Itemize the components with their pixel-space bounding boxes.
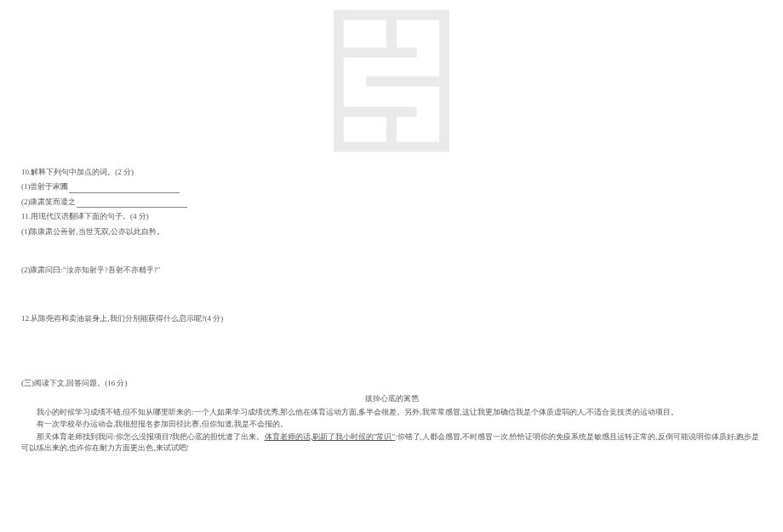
answer-space [21, 278, 762, 312]
q10-item-2-text: (2)康肃笑而遣之 [21, 197, 77, 206]
q11-item-1: (1)陈康肃公善射,当世无双,公亦以此自矜。 [21, 226, 762, 237]
answer-blank [69, 184, 180, 193]
q11-item-2: (2)康肃问曰:"汝亦知射乎?吾射不亦精乎?" [21, 264, 762, 276]
q10-item-2: (2)康肃笑而遣之 [21, 196, 762, 208]
q10-item-1: (1)尝射于家圃 [21, 180, 762, 192]
para3-prefix: 那天体育老师找到我问:你怎么没报项目?我把心底的担忧道了出来。 [37, 432, 265, 441]
q10-stem: 10.解释下列句中加点的词。(2 分) [21, 166, 762, 178]
essay-paragraph-1: 我小的时候学习成绩不错,但不知从哪里听来的:一个人如果学习成绩优秀,那么他在体育… [21, 407, 762, 419]
section-3-label: (三)阅读下文,回答问题。(16 分) [21, 377, 762, 389]
answer-blank [77, 198, 187, 208]
q10-item-1-text: (1)尝射于家圃 [21, 182, 69, 191]
essay-paragraph-2: 有一次学校举办运动会,我很想报名参加田径比赛,但你知道,我是不会报的。 [21, 419, 762, 431]
essay-title: 拔掉心底的篱笆 [21, 392, 762, 404]
q11-stem: 11.用现代汉语翻译下面的句子。(4 分) [21, 210, 762, 222]
answer-space [21, 328, 762, 377]
q12-stem: 12.从陈尧咨和卖油翁身上,我们分别能获得什么启示呢?(4 分) [21, 312, 762, 324]
page-content: 10.解释下列句中加点的词。(2 分) (1)尝射于家圃 (2)康肃笑而遣之 1… [21, 0, 762, 455]
para3-underlined: 体育老师的话,刷新了我小时候的"常识" [265, 432, 396, 441]
essay-paragraph-3: 那天体育老师找到我问:你怎么没报项目?我把心底的担忧道了出来。体育老师的话,刷新… [21, 432, 762, 455]
answer-space [21, 240, 762, 264]
